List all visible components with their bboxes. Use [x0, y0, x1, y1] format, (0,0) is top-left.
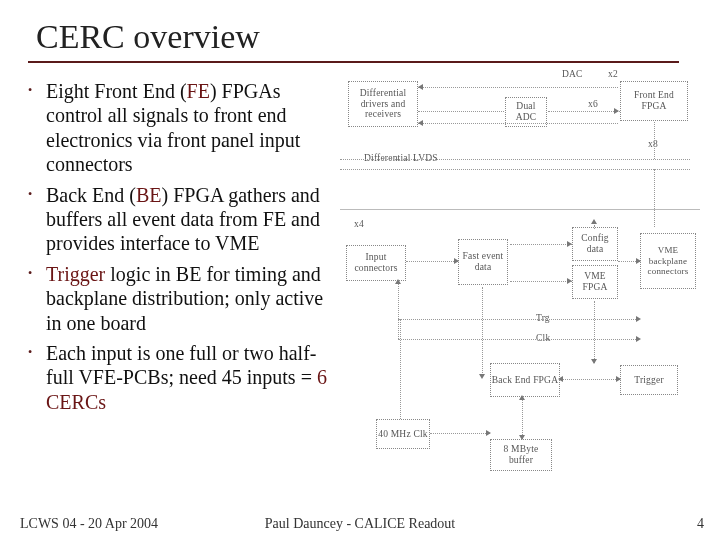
dac-label: DAC	[562, 69, 583, 79]
diagram-column: Differential drivers and receivers Dual …	[340, 79, 698, 499]
x6-label: x6	[588, 99, 598, 109]
vme-fpga-box: VME FPGA	[572, 265, 618, 299]
config-data-box: Config data	[572, 227, 618, 261]
footer-center: Paul Dauncey - CALICE Readout	[265, 516, 456, 532]
trigger-box: Trigger	[620, 365, 678, 395]
bullet-highlight: FE	[187, 80, 210, 102]
buffer-8mb-box: 8 MByte buffer	[490, 439, 552, 471]
footer-left: LCWS 04 - 20 Apr 2004	[20, 516, 158, 532]
title-rule: CERC overview	[28, 18, 679, 63]
back-end-fpga-box: Back End FPGA	[490, 363, 560, 397]
bullet-list: Eight Front End (FE) FPGAs control all s…	[34, 79, 334, 414]
bullet-text: Eight Front End (	[46, 80, 187, 102]
bullet-item: Eight Front End (FE) FPGAs control all s…	[34, 79, 334, 177]
vme-backplane-box: VME backplane connectors	[640, 233, 696, 289]
block-diagram: Differential drivers and receivers Dual …	[340, 69, 700, 499]
bullet-text: Each input is one full or two half-full …	[46, 342, 317, 388]
fast-event-data-box: Fast event data	[458, 239, 508, 285]
diff-drivers-box: Differential drivers and receivers	[348, 81, 418, 127]
bullet-highlight: BE	[136, 184, 162, 206]
input-connectors-box: Input connectors	[346, 245, 406, 281]
clk-40mhz-box: 40 MHz Clk	[376, 419, 430, 449]
front-end-fpga-box: Front End FPGA	[620, 81, 688, 121]
bullet-item: Each input is one full or two half-full …	[34, 341, 334, 414]
bullet-text: Back End (	[46, 184, 136, 206]
bullet-item: Back End (BE) FPGA gathers and buffers a…	[34, 183, 334, 256]
x4-label: x4	[354, 219, 364, 229]
x2-label: x2	[608, 69, 618, 79]
content-area: Eight Front End (FE) FPGAs control all s…	[34, 79, 698, 499]
page-title: CERC overview	[36, 18, 679, 56]
text-column: Eight Front End (FE) FPGAs control all s…	[34, 79, 334, 499]
bullet-highlight: Trigger	[46, 263, 105, 285]
footer-slide-number: 4	[697, 516, 704, 532]
x8-label: x8	[648, 139, 658, 149]
slide: CERC overview Eight Front End (FE) FPGAs…	[0, 0, 720, 540]
bullet-item: Trigger logic in BE for timing and backp…	[34, 262, 334, 335]
